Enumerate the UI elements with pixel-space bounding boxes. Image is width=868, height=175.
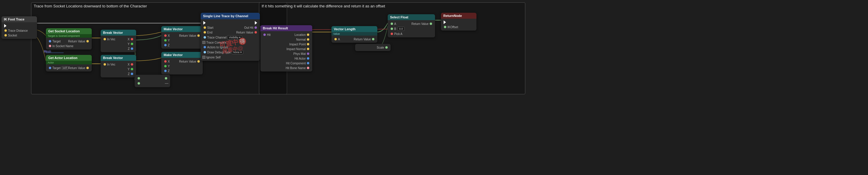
phys-mat-row: Phys Mat bbox=[260, 51, 312, 56]
b-value[interactable]: 0.0 bbox=[398, 27, 405, 31]
start-outhit-row: Start Out Hit bbox=[200, 25, 260, 30]
node-subtitle: Actor bbox=[46, 61, 92, 65]
y-pin bbox=[164, 39, 166, 42]
ignore-self-row: Ignore Self bbox=[200, 55, 260, 59]
node-body: Scale bbox=[355, 44, 391, 51]
scale-node[interactable]: Scale bbox=[355, 44, 391, 51]
socket-name-pin-row: In Socket Name bbox=[46, 44, 92, 48]
trace-channel-pin bbox=[204, 36, 206, 39]
target-pin-row: Target self Return Value bbox=[46, 66, 92, 70]
node-title: Break Hit Result bbox=[263, 26, 288, 30]
exec-pin-row bbox=[200, 21, 260, 25]
return-pin bbox=[254, 31, 257, 33]
break-vector-2-node[interactable]: Break Vector In Vec X Y Z bbox=[101, 55, 136, 77]
hit-actor-pin bbox=[307, 57, 309, 59]
pin-dot bbox=[4, 34, 7, 36]
node-header: Get Actor Location bbox=[46, 55, 92, 61]
node-title: Make Vector bbox=[164, 27, 183, 31]
normal-row: Normal bbox=[260, 37, 312, 42]
actors-ignore-row: Actors to Ignore bbox=[200, 45, 260, 50]
invec-pin-row: In Vec X bbox=[101, 37, 136, 42]
x-pin-row: X Return Value bbox=[161, 33, 203, 38]
trace-complex-check[interactable] bbox=[203, 41, 206, 44]
node-title: Make Vector bbox=[164, 53, 183, 57]
draw-debug-value[interactable]: None ▾ bbox=[232, 50, 243, 54]
invec-pin-row: In Vec X bbox=[101, 62, 136, 67]
node-subtitle: Value bbox=[332, 32, 377, 35]
node-body: Trace Distance Socket bbox=[1, 22, 37, 39]
node-body: Target self Return Value bbox=[46, 65, 92, 72]
ignore-self-check[interactable] bbox=[203, 56, 206, 59]
y-pin-row: Y bbox=[101, 42, 136, 46]
a-pin bbox=[334, 38, 337, 40]
hit-bone-row: Hit Bone Name bbox=[260, 66, 312, 70]
hit-pin bbox=[264, 33, 266, 36]
trace-distance-pin: Trace Distance bbox=[1, 28, 37, 33]
x-pin bbox=[164, 60, 166, 62]
ik-foot-trace-node[interactable]: IK Foot Trace Trace Distance Socket bbox=[1, 16, 37, 39]
node-subtitle: Target is SceneComponent bbox=[46, 34, 92, 38]
y-pin bbox=[131, 43, 133, 45]
node-body: — bbox=[135, 75, 170, 87]
in-pin bbox=[137, 77, 140, 79]
ikoffset-pin bbox=[444, 26, 446, 28]
mesh-label: Mesh bbox=[44, 50, 51, 53]
op-symbol: — bbox=[165, 81, 168, 85]
target-pin bbox=[49, 40, 51, 43]
a-return-row: A Return Value bbox=[332, 37, 377, 42]
node-body: A Return Value B 0.0 Pick A bbox=[388, 20, 435, 38]
exec-out-pin bbox=[255, 21, 257, 25]
hit-bone-pin bbox=[307, 67, 309, 69]
make-vector-1-node[interactable]: Make Vector X Return Value Y Z bbox=[161, 26, 203, 49]
node-body: A Return Value bbox=[332, 35, 377, 43]
node-header: Single Line Trace by Channel bbox=[200, 13, 260, 19]
draw-debug-row: Draw Debug Type None ▾ bbox=[200, 50, 260, 55]
z-pin-row: Z bbox=[101, 46, 136, 51]
node-title: Get Actor Location bbox=[48, 56, 78, 59]
select-float-node[interactable]: Select Float A Return Value B 0.0 P bbox=[388, 14, 435, 38]
hit-actor-row: Hit Actor bbox=[260, 56, 312, 61]
z-pin bbox=[131, 47, 133, 50]
a-return-row: A Return Value bbox=[388, 21, 435, 26]
x-pin bbox=[131, 38, 133, 40]
y-pin bbox=[131, 68, 133, 70]
trace-complex-row: Trace Complex bbox=[200, 40, 260, 45]
node-body: Start Out Hit End Return Value bbox=[200, 19, 260, 61]
break-hit-result-node[interactable]: Break Hit Result Hit Location Normal Imp… bbox=[260, 25, 312, 72]
z-pin-row: Z bbox=[101, 72, 136, 76]
return-pin bbox=[372, 38, 374, 40]
node-title: Single Line Trace by Channel bbox=[203, 14, 248, 18]
scale-row: Scale bbox=[355, 45, 391, 50]
vector-length-node[interactable]: Vector Length Value A Return Value bbox=[332, 26, 377, 43]
node-header: Break Hit Result bbox=[260, 25, 312, 31]
add-subtract-node[interactable]: — bbox=[135, 75, 170, 87]
node-body: In Vec X Y Z bbox=[101, 61, 136, 77]
impact-point-row: Impact Point bbox=[260, 42, 312, 47]
node-title: Break Vector bbox=[103, 31, 123, 34]
node-title: Vector Length bbox=[334, 27, 355, 31]
trace-channel-value[interactable]: Visibility ▾ bbox=[227, 35, 242, 40]
get-actor-location-node[interactable]: Get Actor Location Actor Target self Ret… bbox=[46, 55, 92, 72]
normal-pin bbox=[307, 38, 309, 41]
a-pin bbox=[391, 23, 393, 25]
hit-location-row: Hit Location bbox=[260, 32, 312, 37]
b-row: B 0.0 bbox=[388, 26, 435, 31]
b-pin bbox=[391, 28, 393, 30]
make-vector-2-node[interactable]: Make Vector X Return Value Y Z bbox=[161, 52, 203, 74]
node-header: ReturnNode bbox=[441, 13, 476, 19]
get-socket-location-node[interactable]: Get Socket Location Target is SceneCompo… bbox=[46, 28, 92, 50]
break-vector-1-node[interactable]: Break Vector In Vec X Y Z bbox=[101, 30, 136, 52]
draw-debug-pin bbox=[204, 51, 206, 53]
self-badge: self bbox=[62, 66, 68, 70]
x-pin bbox=[131, 63, 133, 66]
pin-row bbox=[135, 76, 170, 81]
return-pin bbox=[86, 40, 89, 43]
picka-row: Pick A bbox=[388, 31, 435, 36]
exec-pin-row bbox=[1, 23, 37, 28]
return-node[interactable]: ReturnNode IKOffset bbox=[441, 13, 476, 30]
y-pin-row: Y bbox=[161, 64, 203, 69]
single-line-trace-node[interactable]: Single Line Trace by Channel Start Out H… bbox=[200, 13, 260, 61]
start-pin bbox=[204, 26, 206, 29]
node-title: Break Vector bbox=[103, 56, 123, 59]
invec-pin bbox=[103, 38, 106, 40]
